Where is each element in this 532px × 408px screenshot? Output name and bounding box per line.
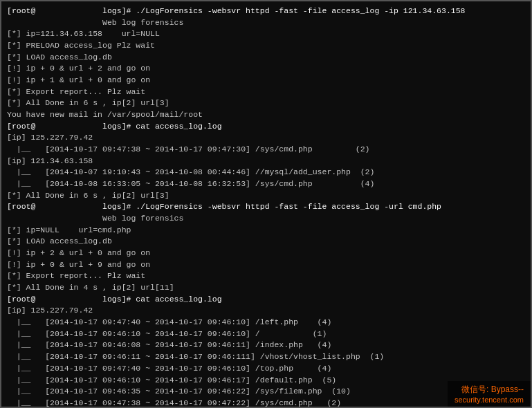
- terminal-line: [!] ip + 2 & url + 0 and go on: [7, 248, 525, 259]
- terminal-line: [!] ip + 0 & url + 9 and go on: [7, 259, 525, 271]
- terminal-line: You have new mail in /var/spool/mail/roo…: [7, 109, 525, 121]
- terminal-line: [*] All Done in 6 s , ip[2] url[3]: [7, 190, 525, 202]
- terminal-line: [root@ logs]# ./LogForensics -websvr htt…: [7, 201, 525, 213]
- terminal-line: |__ [2014-10-17 09:46:11 ~ 2014-10-17 09…: [7, 351, 525, 363]
- terminal-line: |__ [2014-10-08 16:33:05 ~ 2014-10-08 16…: [7, 178, 525, 190]
- terminal-line: [!] ip + 1 & url + 0 and go on: [7, 75, 525, 86]
- terminal-line: [!] ip + 0 & url + 2 and go on: [7, 63, 525, 75]
- terminal-body: [root@ logs]# ./LogForensics -websvr htt…: [1, 1, 531, 407]
- terminal-line: [*] Export report... Plz wait: [7, 270, 525, 282]
- terminal-line: |__ [2014-10-17 09:47:40 ~ 2014-10-17 09…: [7, 363, 525, 375]
- terminal-window: [root@ logs]# ./LogForensics -websvr htt…: [0, 0, 532, 408]
- terminal-line: [ip] 125.227.79.42: [7, 305, 525, 317]
- terminal-line: [*] ip=NULL url=cmd.php: [7, 225, 525, 237]
- terminal-line: [ip] 121.34.63.158: [7, 156, 525, 167]
- wechat-watermark: 微信号: Bypass--: [455, 384, 524, 396]
- terminal-line: [*] All Done in 4 s , ip[2] url[11]: [7, 282, 525, 294]
- terminal-line: |__ [2014-10-17 09:47:40 ~ 2014-10-17 09…: [7, 317, 525, 328]
- terminal-line: Web log forensics: [7, 213, 525, 225]
- terminal-line: [*] LOAD access_log.db: [7, 236, 525, 248]
- terminal-line: |__ [2014-10-17 09:46:10 ~ 2014-10-17 09…: [7, 328, 525, 340]
- terminal-line: |__ [2014-10-17 09:46:08 ~ 2014-10-17 09…: [7, 340, 525, 351]
- terminal-line: |__ [2014-10-17 09:47:38 ~ 2014-10-17 09…: [7, 144, 525, 156]
- terminal-line: [root@ logs]# ./LogForensics -websvr htt…: [7, 6, 525, 17]
- site-watermark: security.tencent.com: [455, 396, 524, 404]
- terminal-line: [*] LOAD access_log.db: [7, 52, 525, 64]
- watermark-bar: 微信号: Bypass-- security.tencent.com: [448, 381, 531, 407]
- terminal-line: [root@ logs]# cat access_log.log: [7, 294, 525, 306]
- terminal-line: [root@ logs]# cat access_log.log: [7, 121, 525, 133]
- terminal-line: [*] PRELOAD access_log Plz wait: [7, 40, 525, 52]
- terminal-line: Web log forensics: [7, 17, 525, 29]
- terminal-line: |__ [2014-10-07 19:10:43 ~ 2014-10-08 00…: [7, 167, 525, 178]
- terminal-line: [*] Export report... Plz wait: [7, 86, 525, 98]
- terminal-line: [ip] 125.227.79.42: [7, 132, 525, 144]
- terminal-line: [*] ip=121.34.63.158 url=NULL: [7, 28, 525, 40]
- terminal-line: [*] All Done in 6 s , ip[2] url[3]: [7, 98, 525, 109]
